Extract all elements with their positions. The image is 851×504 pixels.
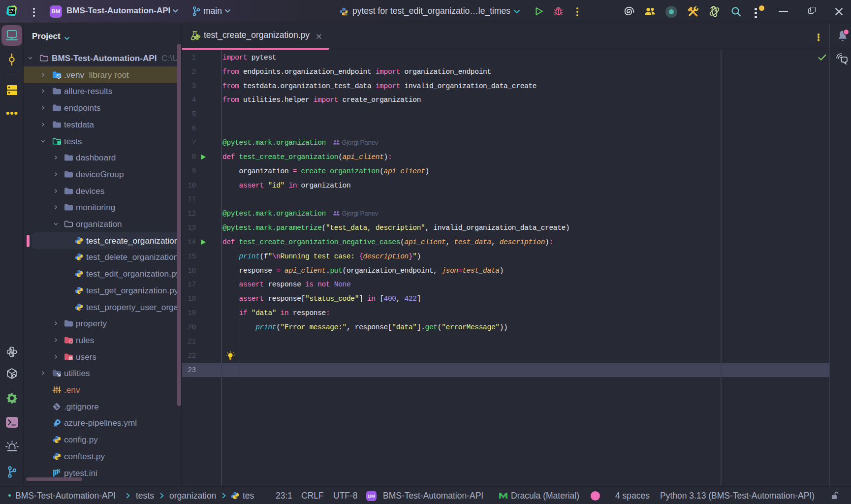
svg-text:PC: PC — [9, 8, 15, 12]
